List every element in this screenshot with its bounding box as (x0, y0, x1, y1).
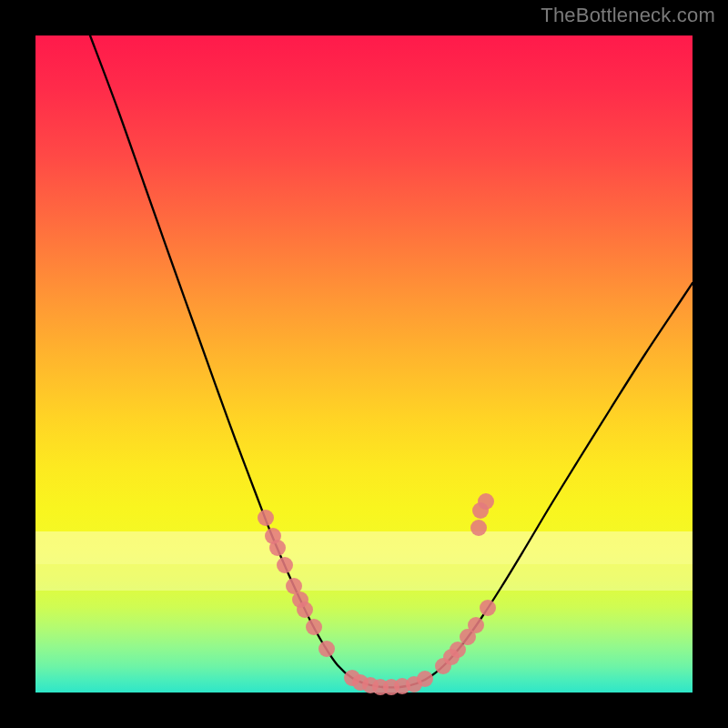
plot-area (35, 35, 693, 693)
curve-left (90, 35, 382, 687)
data-marker (480, 600, 496, 616)
data-marker (306, 619, 322, 635)
data-marker (478, 493, 494, 510)
data-marker (277, 557, 293, 573)
data-marker (318, 641, 335, 657)
data-marker (258, 510, 274, 526)
data-marker (468, 617, 484, 633)
data-marker (417, 671, 433, 687)
chart-frame: TheBottleneck.com (0, 0, 728, 728)
data-marker (450, 642, 466, 658)
data-marker (297, 602, 313, 618)
watermark-text: TheBottleneck.com (541, 4, 715, 27)
chart-svg (35, 35, 693, 693)
data-marker (470, 520, 487, 536)
data-marker (269, 540, 286, 556)
marker-group (258, 493, 496, 695)
curve-right (382, 283, 693, 687)
